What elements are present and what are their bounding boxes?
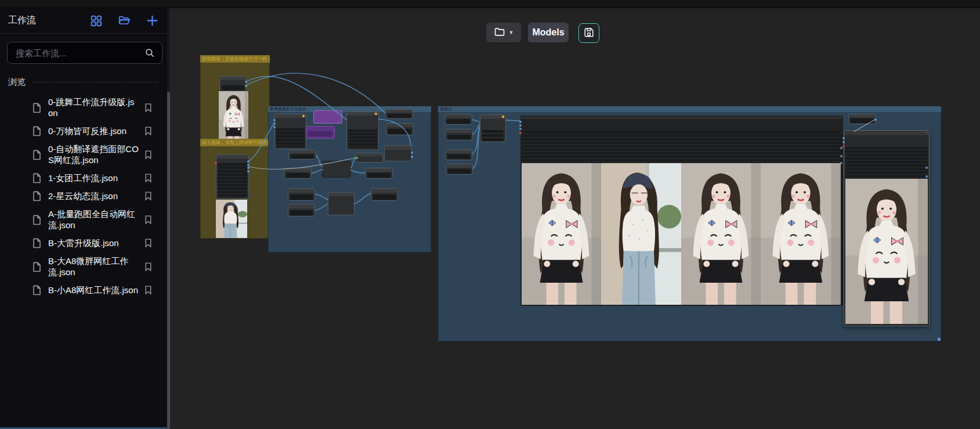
- input-dot[interactable]: [842, 141, 845, 143]
- input-dot[interactable]: [842, 145, 845, 147]
- input-dot[interactable]: [273, 126, 276, 128]
- input-dot[interactable]: [273, 122, 276, 125]
- bookmark-icon[interactable]: [143, 191, 153, 201]
- graph-node[interactable]: [355, 153, 383, 163]
- output-dot[interactable]: [247, 160, 249, 163]
- workflow-list-item[interactable]: B-小A8网红工作流.json: [0, 281, 164, 299]
- bookmark-icon[interactable]: [143, 285, 153, 295]
- graph-node[interactable]: [288, 204, 315, 217]
- graph-node[interactable]: [284, 168, 312, 179]
- search-icon: [144, 48, 155, 58]
- browse-section-header: 浏览: [8, 77, 158, 88]
- workflow-filename: B-大雷升级版.json: [48, 237, 139, 248]
- group-input-video-title[interactable]: 输入视频，读取上限调整可调整视频长度: [200, 139, 270, 146]
- input-dot[interactable]: [519, 124, 522, 127]
- file-icon: [31, 102, 42, 113]
- graph-node[interactable]: [386, 123, 414, 135]
- output-dot[interactable]: [925, 167, 928, 169]
- bookmark-icon[interactable]: [143, 215, 153, 225]
- output-dot[interactable]: [840, 155, 842, 157]
- badge-dot: [375, 113, 377, 115]
- models-button[interactable]: Models: [528, 23, 569, 42]
- output-dot[interactable]: [245, 81, 247, 83]
- workflow-folder-dropdown-button[interactable]: ▼: [486, 23, 521, 42]
- graph-node[interactable]: [480, 114, 506, 142]
- graph-node[interactable]: [385, 109, 413, 119]
- search-input[interactable]: [15, 48, 144, 59]
- input-dot[interactable]: [356, 157, 358, 159]
- workflow-list-item[interactable]: A-批量跑图全自动网红流.json: [0, 205, 164, 234]
- workflow-list-item[interactable]: B-大雷升级版.json: [0, 234, 164, 252]
- output-dot[interactable]: [874, 118, 877, 121]
- graph-node[interactable]: [365, 168, 393, 179]
- bookmark-icon[interactable]: [143, 262, 153, 272]
- group-monitor-title[interactable]: 显视台: [438, 106, 941, 112]
- workflow-list-item[interactable]: 0-跳舞工作流升级版.json: [0, 93, 164, 122]
- workflows-grid-icon[interactable]: [90, 15, 103, 27]
- bookmark-icon[interactable]: [143, 238, 153, 248]
- graph-node[interactable]: [848, 114, 876, 124]
- workflow-list-item[interactable]: 1-女团工作流.json: [0, 169, 164, 187]
- input-dot[interactable]: [273, 119, 276, 121]
- graph-node[interactable]: [322, 161, 351, 178]
- graph-node[interactable]: [288, 188, 315, 201]
- save-button[interactable]: [578, 23, 599, 43]
- input-dot[interactable]: [519, 121, 522, 123]
- graph-node[interactable]: [446, 164, 473, 175]
- input-dot[interactable]: [842, 137, 845, 139]
- graph-node[interactable]: [274, 114, 306, 149]
- panel-resize-handle[interactable]: [938, 338, 941, 341]
- workflow-list-item[interactable]: B-大A8微胖网红工作流.json: [0, 252, 164, 281]
- node-header: [220, 77, 246, 80]
- input-dot[interactable]: [215, 162, 217, 164]
- workflow-list-item[interactable]: 0-万物皆可反推.json: [0, 122, 164, 140]
- batch-image-2: [601, 163, 681, 305]
- input-dot[interactable]: [519, 132, 522, 134]
- batch-image-4: [761, 163, 841, 305]
- file-icon: [31, 237, 42, 248]
- graph-node[interactable]: [444, 114, 472, 125]
- sidebar-scrollbar-thumb[interactable]: [167, 92, 170, 429]
- output-dot[interactable]: [925, 175, 928, 178]
- output-dot[interactable]: [247, 167, 249, 169]
- folder-open-icon[interactable]: [118, 15, 131, 27]
- output-dot[interactable]: [840, 147, 842, 149]
- graph-node[interactable]: [384, 145, 412, 161]
- bookmark-icon[interactable]: [143, 173, 153, 183]
- file-icon: [31, 261, 42, 272]
- graph-node[interactable]: [288, 150, 316, 160]
- node-widget[interactable]: [222, 85, 244, 90]
- workflow-list-item[interactable]: 0-自动翻译遮挡面部COS网红流.json: [0, 140, 164, 169]
- workflow-filename: 0-自动翻译遮挡面部COS网红流.json: [48, 143, 139, 165]
- output-dot[interactable]: [245, 85, 247, 87]
- graph-node[interactable]: [445, 149, 472, 160]
- graph-node-purple[interactable]: [313, 110, 342, 124]
- batch-image-3: [681, 163, 761, 305]
- file-icon: [31, 214, 42, 225]
- graph-node[interactable]: [346, 111, 379, 150]
- browse-label: 浏览: [8, 77, 26, 88]
- graph-node-purple[interactable]: [306, 126, 335, 139]
- graph-node[interactable]: [371, 188, 398, 201]
- file-icon: [31, 125, 42, 136]
- group-get-image-title[interactable]: 获取图像，尽量和视频尺寸一样！简单背景最好: [200, 55, 270, 63]
- input-dot[interactable]: [519, 128, 522, 130]
- bookmark-icon[interactable]: [143, 150, 153, 160]
- preview-image-cap: [216, 200, 247, 238]
- search-box[interactable]: [7, 42, 162, 64]
- graph-node[interactable]: [216, 154, 249, 199]
- plus-icon[interactable]: [146, 14, 159, 27]
- graph-node[interactable]: [328, 192, 355, 215]
- bookmark-icon[interactable]: [143, 126, 153, 136]
- caret-down-icon: ▼: [509, 30, 514, 35]
- workflow-filename: 2-星云幼态流.json: [48, 190, 139, 201]
- graph-node[interactable]: [445, 129, 473, 140]
- output-dot[interactable]: [411, 156, 413, 158]
- workflow-list: 0-跳舞工作流升级版.json 0-万物皆可反推.json: [0, 93, 164, 299]
- bookmark-icon[interactable]: [143, 103, 153, 113]
- output-dot[interactable]: [411, 152, 413, 154]
- output-dot[interactable]: [247, 164, 249, 166]
- output-dot[interactable]: [247, 170, 249, 172]
- graph-node[interactable]: [219, 76, 247, 92]
- workflow-list-item[interactable]: 2-星云幼态流.json: [0, 187, 164, 205]
